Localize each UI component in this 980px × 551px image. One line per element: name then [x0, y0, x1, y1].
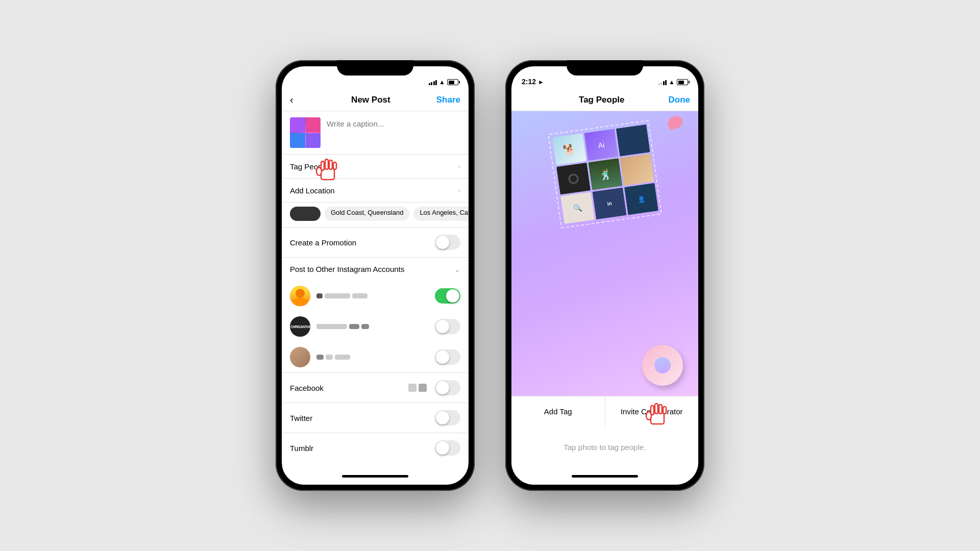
status-icons-left: ▲ — [429, 79, 458, 86]
nav-bar-right: Tag People Done — [511, 89, 698, 111]
post-to-other-label: Post to Other Instagram Accounts — [290, 265, 454, 273]
post-to-other-chevron: ⌄ — [454, 265, 460, 273]
photo-collage: 🐕 Ai 🕺 — [548, 120, 662, 229]
account-name-2 — [316, 324, 429, 329]
pink-decoration — [666, 114, 684, 131]
tumblr-label: Tumblr — [290, 444, 431, 453]
status-icons-right: ▲ — [658, 79, 688, 86]
content-left: Tag People › — [282, 111, 469, 467]
create-promotion-row[interactable]: Create a Promotion — [282, 228, 469, 258]
grid-cell-6 — [620, 154, 654, 186]
tag-people-chevron: › — [458, 162, 460, 171]
avatar-account-3 — [290, 347, 310, 367]
share-button[interactable]: Share — [436, 95, 460, 105]
wifi-icon-right: ▲ — [669, 79, 675, 86]
nav-title-right: Tag People — [535, 95, 669, 105]
post-to-other-header[interactable]: Post to Other Instagram Accounts ⌄ — [282, 258, 469, 281]
create-promotion-toggle[interactable] — [435, 235, 460, 250]
grid-cell-7: 🔍 — [560, 192, 595, 224]
grid-cell-4 — [556, 163, 591, 195]
account-name-3 — [316, 355, 429, 360]
tag-photo-area[interactable]: 🐕 Ai 🕺 — [511, 111, 698, 396]
twitter-row: Twitter — [282, 403, 469, 433]
tap-to-tag-text: Tap photo to tag people. — [564, 443, 646, 452]
nav-title-left: New Post — [305, 95, 436, 105]
done-button[interactable]: Done — [669, 95, 691, 105]
signal-icon — [429, 79, 437, 85]
facebook-label: Facebook — [290, 384, 404, 392]
facebook-chips — [408, 384, 427, 392]
add-location-row[interactable]: Add Location › — [282, 179, 469, 203]
post-header-row — [282, 111, 469, 155]
signal-icon-right — [658, 79, 667, 85]
home-indicator-left — [282, 467, 469, 485]
add-location-chevron: › — [458, 186, 460, 195]
home-indicator-right — [511, 467, 698, 485]
avatar-account-2: CHRISANTHI — [290, 316, 310, 337]
grid-cell-3 — [616, 124, 650, 157]
account-row-1 — [282, 281, 469, 311]
facebook-row: Facebook — [282, 372, 469, 403]
advanced-settings-link[interactable]: Advanced Settings › — [282, 463, 469, 467]
grid-cell-5: 🕺 — [588, 158, 622, 190]
battery-icon — [447, 79, 458, 85]
back-button[interactable]: ‹ — [290, 94, 305, 106]
donut-decoration — [642, 345, 683, 386]
battery-icon-right — [677, 79, 688, 85]
twitter-toggle[interactable] — [435, 410, 460, 425]
location-chip-gold-coast[interactable]: Gold Coast, Queensland — [325, 207, 409, 221]
right-phone: 2:12 ► ▲ Tag People Done — [505, 60, 704, 491]
location-chip-la[interactable]: Los Angeles, California — [413, 207, 469, 221]
tag-people-row[interactable]: Tag People › — [282, 155, 469, 179]
account-row-2: CHRISANTHI — [282, 311, 469, 342]
tag-people-label: Tag People — [290, 162, 458, 171]
add-tag-button[interactable]: Add Tag — [511, 396, 605, 427]
caption-input[interactable] — [327, 117, 460, 148]
nav-bar-left: ‹ New Post Share — [282, 89, 469, 111]
location-chip-dark — [290, 207, 321, 221]
grid-cell-2: Ai — [584, 129, 618, 161]
grid-cell-1: 🐕 — [552, 133, 586, 165]
account-1-toggle[interactable] — [435, 288, 460, 304]
add-location-label: Add Location — [290, 186, 458, 195]
avatar-account-1 — [290, 286, 310, 306]
twitter-label: Twitter — [290, 414, 431, 422]
notch-right — [567, 60, 643, 76]
tag-buttons-row: Add Tag Invite Collaborator — [511, 396, 698, 427]
grid-cell-9: 👤 — [624, 183, 658, 215]
status-time-right: 2:12 ► — [522, 78, 544, 86]
facebook-toggle[interactable] — [435, 380, 460, 395]
tumblr-toggle[interactable] — [435, 440, 460, 456]
wifi-icon: ▲ — [439, 79, 445, 86]
account-3-toggle[interactable] — [435, 349, 460, 365]
notch — [337, 60, 413, 76]
location-chips: Gold Coast, Queensland Los Angeles, Cali… — [282, 203, 469, 228]
grid-cell-8: in — [593, 187, 627, 219]
account-2-toggle[interactable] — [435, 319, 460, 334]
left-phone: 0:00 ▲ ‹ New Post Share — [276, 60, 475, 491]
post-thumbnail — [290, 117, 321, 148]
create-promotion-label: Create a Promotion — [290, 238, 435, 247]
tumblr-row: Tumblr — [282, 433, 469, 463]
invite-collaborator-button[interactable]: Invite Collaborator — [605, 396, 699, 427]
account-row-3 — [282, 342, 469, 372]
account-name-1 — [316, 293, 429, 298]
tap-to-tag-area: Tap photo to tag people. — [511, 427, 698, 467]
